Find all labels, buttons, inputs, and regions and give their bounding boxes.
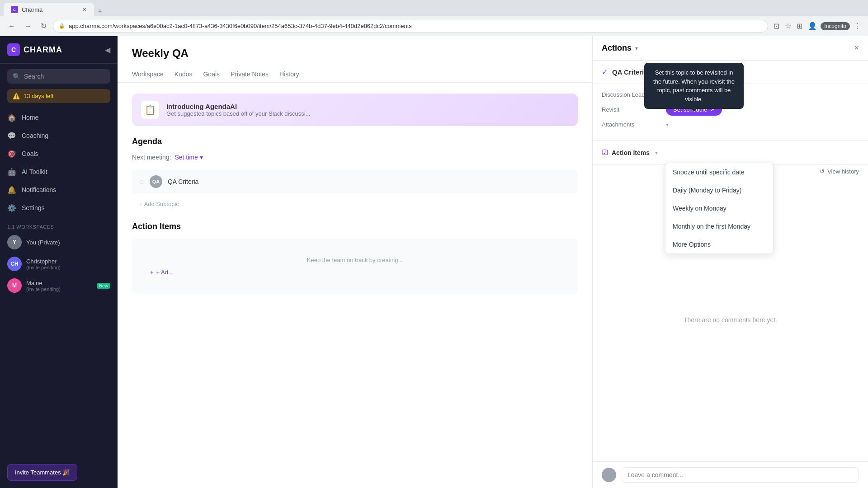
qa-criteria-title: QA Criteria xyxy=(612,68,648,76)
action-items-header: ☑ Action Items ▾ xyxy=(602,148,859,157)
schedule-option-monthly-first-monday[interactable]: Monthly on the first Monday xyxy=(665,217,773,235)
logo-text: CHARMA xyxy=(24,45,62,55)
ai-toolkit-icon: 🤖 xyxy=(7,167,16,176)
workspace-name: You (Private) xyxy=(26,239,110,246)
logo-icon: C xyxy=(7,43,20,56)
sidebar-item-coaching[interactable]: 💬 Coaching xyxy=(0,127,118,145)
tab-goals[interactable]: Goals xyxy=(203,67,220,82)
sidebar-item-ai-toolkit[interactable]: 🤖 AI Toolkit xyxy=(0,163,118,181)
agenda-section-title: Agenda xyxy=(132,137,578,146)
schedule-option-snooze-specific[interactable]: Snooze until specific date xyxy=(665,163,773,181)
sidebar-item-settings[interactable]: ⚙️ Settings xyxy=(0,199,118,217)
banner-desc: Get suggested topics based off of your S… xyxy=(166,110,310,117)
action-items-panel-row: ☑ Action Items ▾ xyxy=(593,141,868,164)
back-button[interactable]: ← xyxy=(5,20,18,32)
home-icon: 🏠 xyxy=(7,113,16,122)
attachments-expand-icon[interactable]: ▾ xyxy=(666,122,669,128)
goals-icon: 🎯 xyxy=(7,149,16,158)
url-text: app.charma.com/workspaces/a6e00ac2-1ac0-… xyxy=(69,23,412,29)
workspace-item-maine[interactable]: M Maine (Invite pending) New xyxy=(0,275,118,296)
extensions-icon[interactable]: ⊞ xyxy=(795,20,804,32)
action-items-empty: Keep the team on track by creating... + … xyxy=(132,239,578,294)
days-left-text: 13 days left xyxy=(24,93,54,99)
page-title: Weekly QA xyxy=(132,47,578,60)
panel-dropdown-icon[interactable]: ▾ xyxy=(635,45,638,52)
comment-avatar xyxy=(602,468,616,482)
agenda-item-check[interactable]: ○ xyxy=(139,177,144,187)
panel-header: Actions ▾ × xyxy=(593,36,868,61)
new-tab-button[interactable]: + xyxy=(94,7,106,16)
search-icon: 🔍 xyxy=(13,73,20,80)
action-items-section: Action Items Keep the team on track by c… xyxy=(132,222,578,294)
attachments-label: Attachments xyxy=(602,121,660,128)
next-meeting-label: Next meeting: xyxy=(132,154,171,161)
forward-button[interactable]: → xyxy=(22,20,34,32)
bookmark-icon[interactable]: ☆ xyxy=(783,20,793,32)
add-subtopic-button[interactable]: + Add Subtopic xyxy=(132,197,578,211)
action-items-expand-icon[interactable]: ▾ xyxy=(655,150,658,156)
tab-workspace[interactable]: Workspace xyxy=(132,67,164,82)
discussion-leader-section: Discussion Leader Revisit Set this topic… xyxy=(593,84,868,141)
settings-icon: ⚙️ xyxy=(7,203,16,212)
action-items-check-icon: ☑ xyxy=(602,148,608,157)
sidebar-item-label: Coaching xyxy=(22,132,48,139)
workspace-item-christopher[interactable]: CH Christopher (Invite pending) xyxy=(0,253,118,275)
schedule-option-weekly-monday[interactable]: Weekly on Monday xyxy=(665,199,773,217)
qa-criteria-check-icon: ✓ xyxy=(602,68,608,76)
agenda-item-qa-criteria: ○ QA QA Criteria xyxy=(132,170,578,193)
workspace-name: Christopher xyxy=(26,258,110,265)
tab-title: Charma xyxy=(22,6,42,13)
refresh-button[interactable]: ↻ xyxy=(38,20,49,32)
schedule-option-more-options[interactable]: More Options xyxy=(665,235,773,253)
action-items-title: Action Items xyxy=(132,222,578,231)
content-header: Weekly QA Workspace Kudos Goals Private … xyxy=(118,36,592,83)
workspaces-section-label: 1:1 Workspaces xyxy=(0,217,118,231)
profile-icon[interactable]: 👤 xyxy=(806,20,819,32)
invite-teammates-button[interactable]: Invite Teammates 🎉 xyxy=(7,464,77,481)
chevron-down-icon: ▾ xyxy=(200,154,203,161)
next-meeting-row: Next meeting: Set time ▾ xyxy=(132,154,578,161)
panel-close-button[interactable]: × xyxy=(854,43,859,53)
tab-private-notes[interactable]: Private Notes xyxy=(231,67,269,82)
tab-favicon: C xyxy=(11,6,18,13)
add-action-button[interactable]: + + Ad... xyxy=(150,269,560,276)
attachments-row: Attachments ▾ xyxy=(602,121,859,128)
search-placeholder: Search xyxy=(24,73,44,80)
workspace-name: Maine xyxy=(26,280,92,286)
notifications-icon: 🔔 xyxy=(7,185,16,194)
url-bar[interactable]: 🔒 app.charma.com/workspaces/a6e00ac2-1ac… xyxy=(53,20,768,33)
browser-tab[interactable]: C Charma ✕ xyxy=(4,3,94,16)
workspace-sub: (Invite pending) xyxy=(26,286,92,292)
sidebar-item-label: Settings xyxy=(22,204,45,211)
menu-icon[interactable]: ⋮ xyxy=(852,20,863,32)
days-left-banner: ⚠️ 13 days left xyxy=(7,89,110,103)
comment-input[interactable] xyxy=(622,467,859,483)
schedule-option-daily[interactable]: Daily (Monday to Friday) xyxy=(665,181,773,199)
tab-close-button[interactable]: ✕ xyxy=(82,6,87,13)
content-body: 📋 Introducing AgendaAI Get suggested top… xyxy=(118,83,592,488)
set-time-button[interactable]: Set time ▾ xyxy=(175,154,203,161)
workspace-item-you-private[interactable]: Y You (Private) xyxy=(0,231,118,253)
sidebar-collapse-button[interactable]: ◀ xyxy=(105,46,110,54)
workspace-sub: (Invite pending) xyxy=(26,265,110,270)
sidebar-item-goals[interactable]: 🎯 Goals xyxy=(0,145,118,163)
new-badge: New xyxy=(97,283,110,289)
sidebar-item-notifications[interactable]: 🔔 Notifications xyxy=(0,181,118,199)
tab-kudos[interactable]: Kudos xyxy=(175,67,193,82)
sidebar-item-home[interactable]: 🏠 Home xyxy=(0,108,118,127)
search-bar[interactable]: 🔍 Search xyxy=(7,69,110,84)
logo: C CHARMA xyxy=(7,43,62,56)
nav-items: 🏠 Home 💬 Coaching 🎯 Goals 🤖 AI Toolkit 🔔… xyxy=(0,108,118,217)
tab-history[interactable]: History xyxy=(279,67,299,82)
coaching-icon: 💬 xyxy=(7,131,16,140)
banner-icon: 📋 xyxy=(141,101,159,119)
revisit-row: Revisit Set this topic to be revisited i… xyxy=(602,103,859,116)
sidebar-item-label: Notifications xyxy=(22,186,56,193)
revisit-tooltip: Set this topic to be revisited in the fu… xyxy=(644,63,744,109)
cast-icon[interactable]: ⊡ xyxy=(772,20,781,32)
warning-icon: ⚠️ xyxy=(13,93,20,99)
history-icon: ↺ xyxy=(820,168,825,175)
sidebar-header: C CHARMA ◀ xyxy=(0,36,118,64)
right-panel: Actions ▾ × ✓ QA Criteria Discussion Lea… xyxy=(592,36,868,488)
revisit-btn-wrapper: Set this topic to be revisited in the fu… xyxy=(666,103,722,116)
